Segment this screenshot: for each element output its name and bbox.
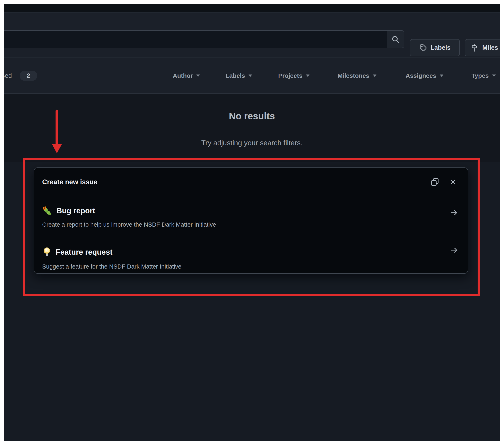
arrow-right-icon [450,246,459,255]
close-dialog-button[interactable] [449,178,457,186]
bug-report-title: Bug report [56,207,95,215]
chevron-down-icon [249,74,252,77]
feature-request-description: Suggest a feature for the NSDF Dark Matt… [42,263,441,270]
issues-search-header: Labels Miles [4,13,500,58]
no-results-title: No results [4,110,500,122]
create-new-issue-dialog: Create new issue [34,167,468,274]
closed-tab-label: sed [4,72,12,79]
filter-dropdown-author[interactable]: Author [173,58,200,93]
filter-dropdown-types[interactable]: Types [471,58,496,93]
top-navigation-bar [4,4,500,13]
filter-label: Projects [278,72,302,79]
page: { "theme": { "annotation_red": "#e12c2c"… [0,0,504,445]
empty-results-section: No results Try adjusting your search fil… [4,94,500,162]
app-window: Labels Miles sed 2 Author Labels P [4,4,500,441]
chevron-down-icon [373,74,377,77]
filter-label: Author [173,72,193,79]
labels-button-label: Labels [431,44,450,51]
milestone-icon [470,43,479,52]
tag-icon [419,44,427,52]
dialog-header: Create new issue [34,168,468,196]
search-bar [4,30,404,48]
chevron-down-icon [492,74,496,77]
milestones-button[interactable]: Miles [465,39,500,56]
filter-bar: sed 2 Author Labels Projects Milestones … [4,58,500,94]
search-input[interactable] [4,31,387,48]
closed-count-badge: 2 [20,71,37,81]
copy-icon [430,177,439,187]
filter-dropdown-labels[interactable]: Labels [226,58,252,93]
feature-request-titleline: Feature request [42,247,441,258]
search-button[interactable] [387,31,404,48]
chevron-down-icon [306,74,309,77]
milestones-button-label: Miles [482,44,498,51]
filter-dropdown-projects[interactable]: Projects [278,58,309,93]
filter-dropdown-assignees[interactable]: Assignees [406,58,443,93]
closed-filter-tab[interactable]: sed 2 [4,58,37,93]
search-icon [391,35,400,44]
arrow-right-icon [450,208,459,217]
feature-request-title: Feature request [56,248,113,256]
issue-template-feature-request[interactable]: Feature request Suggest a feature for th… [34,237,468,274]
pop-out-button[interactable] [430,177,439,187]
bug-report-titleline: Bug report [42,206,441,216]
no-results-subtitle: Try adjusting your search filters. [4,139,500,147]
chevron-down-icon [196,74,200,77]
issue-template-bug-report[interactable]: Bug report Create a report to help us im… [34,196,468,237]
filter-label: Types [471,72,489,79]
bug-report-description: Create a report to help us improve the N… [42,221,441,228]
bug-emoji [42,206,53,216]
dialog-title: Create new issue [42,178,97,186]
filter-label: Assignees [406,72,436,79]
labels-button[interactable]: Labels [410,39,460,56]
filter-label: Labels [226,72,245,79]
chevron-down-icon [440,74,443,77]
filter-dropdown-milestones[interactable]: Milestones [338,58,377,93]
filter-label: Milestones [338,72,369,79]
close-icon [449,178,457,186]
dialog-header-icons [430,177,457,187]
lightbulb-emoji [42,247,52,258]
